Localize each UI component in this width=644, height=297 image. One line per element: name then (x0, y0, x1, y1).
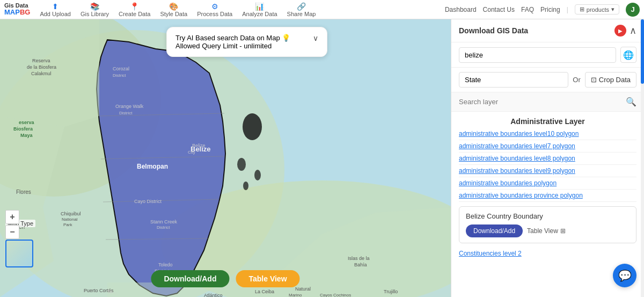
svg-text:Cayo District: Cayo District (134, 199, 162, 204)
svg-text:Belmopan: Belmopan (137, 163, 168, 170)
layer-search-input[interactable] (459, 98, 626, 106)
scrollbar-thumb[interactable] (641, 19, 644, 84)
products-button[interactable]: ⊞ products ▾ (575, 4, 619, 15)
table-view-icon: ⊞ (560, 227, 566, 235)
panel-collapse-button[interactable]: ∧ (630, 25, 636, 37)
ai-search-tooltip: Try AI Based search Data on Map 💡 Allowe… (166, 27, 327, 57)
svg-text:Trujillo: Trujillo (384, 289, 398, 294)
grid-icon: ⊞ (580, 6, 584, 13)
svg-text:District: District (157, 225, 170, 230)
zoom-out-button[interactable]: − (5, 225, 19, 239)
nav-share-map-label: Share Map (287, 11, 316, 17)
globe-icon-button[interactable]: 🌐 (620, 47, 636, 63)
layer-search-icon[interactable]: 🔍 (626, 97, 636, 107)
admin-layer-title: Administrative Layer (451, 112, 644, 128)
layer-item-3[interactable]: administrative boundaries level9 polygon (459, 165, 636, 177)
svg-text:Corozal: Corozal (113, 66, 129, 71)
nav-faq[interactable]: FAQ (521, 6, 534, 13)
or-label: Or (573, 76, 580, 84)
nav-gis-library-label: Gis Library (80, 11, 109, 17)
svg-text:Chiquibul: Chiquibul (61, 211, 81, 216)
svg-point-10 (254, 170, 261, 180)
panel-header-icons: ▶ ∧ (614, 25, 636, 37)
boundary-card-title: Belize Country Boundary (466, 212, 630, 220)
country-search-input[interactable] (459, 47, 616, 63)
style-data-icon: 🎨 (169, 2, 178, 11)
filter-row: State Or ⊡ Crop Data (451, 68, 644, 92)
analyze-data-icon: 📊 (255, 2, 264, 11)
chat-button[interactable]: 💬 (613, 264, 636, 287)
svg-text:City: City (188, 150, 195, 155)
svg-text:de la Biosfera: de la Biosfera (27, 64, 56, 70)
layer-search-row: 🔍 (451, 92, 644, 112)
process-data-icon: ⚙ (211, 2, 218, 11)
svg-text:District: District (113, 73, 126, 78)
boundary-card-actions: Download/Add Table View ⊞ (466, 224, 630, 237)
header: Gis Data MAPBG ⬆ Add Upload 📚 Gis Librar… (0, 0, 644, 19)
layer-item-1[interactable]: administrative boundaries level7 polygon (459, 140, 636, 153)
svg-text:La Ceiba: La Ceiba (255, 289, 274, 294)
state-dropdown[interactable]: State (459, 72, 568, 88)
nav-add-upload-label: Add Upload (40, 11, 71, 17)
nav-share-map[interactable]: 🔗 Share Map (283, 1, 320, 18)
nav-process-data[interactable]: ⚙ Process Data (193, 1, 237, 18)
svg-text:Bahía: Bahía (354, 262, 367, 267)
nav-contact-us[interactable]: Contact Us (483, 6, 515, 13)
nav-create-data[interactable]: 📍 Create Data (114, 1, 155, 18)
nav-analyze-data[interactable]: 📊 Analyze Data (238, 1, 281, 18)
nav-style-data[interactable]: 🎨 Style Data (156, 1, 192, 18)
nav-pricing[interactable]: Pricing (540, 6, 560, 13)
svg-text:Atlántico: Atlántico (204, 293, 223, 297)
svg-text:Calakmul: Calakmul (31, 71, 52, 76)
tooltip-collapse-icon[interactable]: ∨ (313, 34, 318, 42)
nav-gis-library[interactable]: 📚 Gis Library (76, 1, 113, 18)
crop-icon: ⊡ (591, 76, 597, 84)
map-container[interactable]: Reserva de la Biosfera Calakmul eserva B… (0, 19, 451, 297)
svg-text:Islas de la: Islas de la (348, 256, 370, 261)
svg-text:Orange Walk: Orange Walk (115, 104, 144, 109)
add-upload-icon: ⬆ (52, 2, 58, 11)
ai-tooltip-line1: Try AI Based search Data on Map 💡 (175, 34, 290, 42)
nav-add-upload[interactable]: ⬆ Add Upload (35, 1, 75, 18)
table-view-button[interactable]: Table View (236, 270, 299, 287)
chevron-down-icon: ▾ (611, 6, 614, 13)
layer-item-2[interactable]: administrative boundaries level8 polygon (459, 153, 636, 165)
ai-tooltip-line2: Allowed Query Limit - unlimited (175, 42, 290, 50)
crop-data-button[interactable]: ⊡ Crop Data (585, 72, 636, 88)
layer-item-4[interactable]: administrative boundaries polygon (459, 177, 636, 190)
svg-text:Toledo: Toledo (158, 262, 173, 267)
layer-list: administrative boundaries level10 polygo… (451, 128, 644, 202)
map-action-buttons: Download/Add Table View (151, 270, 299, 287)
nav-divider: | (567, 6, 568, 13)
youtube-button[interactable]: ▶ (614, 25, 626, 37)
map-svg: Reserva de la Biosfera Calakmul eserva B… (0, 19, 451, 297)
share-map-icon: 🔗 (297, 2, 306, 11)
layer-item-5[interactable]: administrative boundaries province polyg… (459, 190, 636, 202)
download-add-button[interactable]: Download/Add (151, 270, 229, 287)
search-row: 🌐 (451, 42, 644, 68)
partial-layer-item[interactable]: Constituencies level 2 (451, 248, 644, 259)
boundary-table-view-button[interactable]: Table View ⊞ (527, 227, 566, 235)
svg-point-8 (243, 113, 262, 140)
nav-dashboard[interactable]: Dashboard (445, 6, 477, 13)
layer-item-0[interactable]: administrative boundaries level10 polygo… (459, 128, 636, 140)
panel-header: Download GIS Data ▶ ∧ (451, 19, 644, 42)
zoom-in-button[interactable]: + (5, 210, 19, 224)
svg-text:District: District (119, 111, 133, 115)
svg-text:Biosfera: Biosfera (13, 126, 33, 132)
crop-data-label: Crop Data (599, 76, 631, 84)
svg-text:Marino: Marino (289, 293, 302, 297)
nav-analyze-data-label: Analyze Data (242, 11, 277, 17)
svg-text:To...: To... (107, 289, 116, 294)
right-panel: Download GIS Data ▶ ∧ 🌐 State Or ⊡ Crop … (451, 19, 644, 297)
gis-library-icon: 📚 (90, 2, 99, 11)
map-type-thumbnail[interactable] (5, 240, 33, 267)
header-right-nav: Dashboard Contact Us FAQ Pricing | ⊞ pro… (445, 3, 640, 17)
user-avatar[interactable]: J (626, 3, 640, 17)
svg-point-11 (243, 182, 248, 190)
svg-text:Flores: Flores (16, 189, 31, 195)
logo-bg: BG (20, 8, 31, 16)
logo-map: MAP (4, 8, 20, 16)
nav-process-data-label: Process Data (197, 11, 232, 17)
boundary-download-add-button[interactable]: Download/Add (466, 224, 523, 237)
